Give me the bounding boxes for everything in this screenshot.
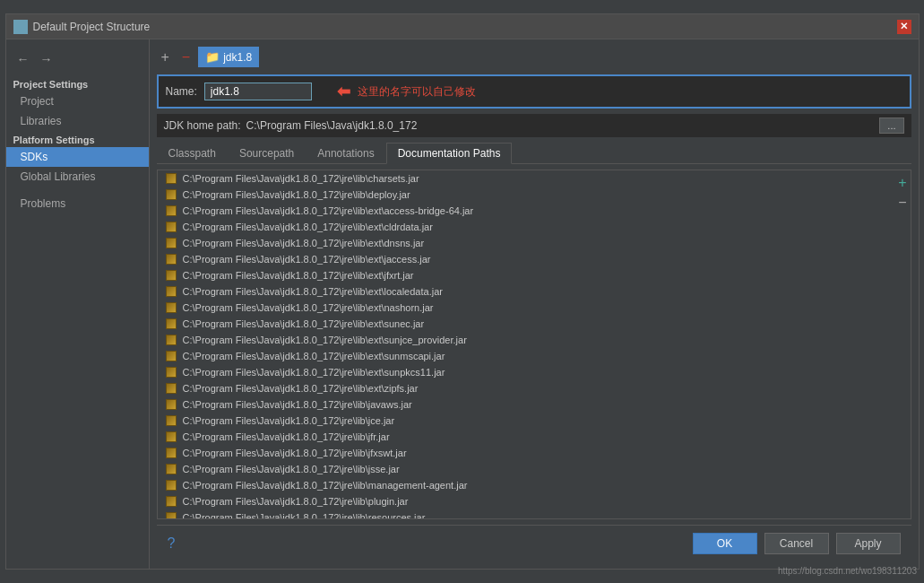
list-item[interactable]: C:\Program Files\Java\jdk1.8.0_172\jre\l… (158, 300, 895, 316)
list-item[interactable]: C:\Program Files\Java\jdk1.8.0_172\jre\l… (158, 348, 895, 364)
list-item[interactable]: C:\Program Files\Java\jdk1.8.0_172\jre\l… (158, 267, 895, 283)
watermark: https://blog.csdn.net/wo198311203 (778, 566, 917, 576)
jar-icon (165, 188, 177, 201)
list-item[interactable]: C:\Program Files\Java\jdk1.8.0_172\jre\l… (158, 316, 895, 332)
list-item[interactable]: C:\Program Files\Java\jdk1.8.0_172\jre\l… (158, 396, 895, 413)
back-button[interactable]: ← (13, 50, 33, 68)
add-sdk-button[interactable]: + (157, 48, 174, 67)
list-item[interactable]: C:\Program Files\Java\jdk1.8.0_172\jre\l… (158, 380, 895, 396)
sidebar-item-problems[interactable]: Problems (6, 194, 149, 213)
jar-icon (165, 366, 177, 379)
jar-icon (165, 398, 177, 411)
svg-rect-1 (18, 24, 23, 30)
main-window: Default Project Structure ✕ ← → Project … (5, 13, 920, 570)
jar-icon (165, 237, 177, 249)
jar-icon (165, 334, 177, 346)
project-settings-section: Project Settings (6, 75, 149, 91)
file-list-wrapper: C:\Program Files\Java\jdk1.8.0_172\jre\l… (157, 170, 911, 519)
window-icon (13, 20, 28, 34)
jar-icon (165, 463, 177, 475)
sidebar: ← → Project Settings Project Libraries P… (6, 39, 150, 569)
jar-icon (165, 511, 177, 518)
jdk-path-row: JDK home path: C:\Program Files\Java\jdk… (157, 114, 911, 137)
list-item[interactable]: C:\Program Files\Java\jdk1.8.0_172\jre\l… (158, 235, 895, 251)
close-button[interactable]: ✕ (897, 20, 911, 34)
list-item[interactable]: C:\Program Files\Java\jdk1.8.0_172\jre\l… (158, 477, 895, 493)
platform-settings-section: Platform Settings (6, 131, 149, 147)
main-panel: + − 📁 jdk1.8 Name: ⬅ 这里的名字可以自己修改 JDK hom… (150, 39, 919, 569)
jar-icon (165, 285, 177, 298)
list-add-button[interactable]: + (894, 174, 910, 192)
jar-icon (165, 269, 177, 282)
tabs-row: Classpath Sourcepath Annotations Documen… (157, 143, 911, 164)
file-list[interactable]: C:\Program Files\Java\jdk1.8.0_172\jre\l… (158, 170, 895, 518)
apply-button[interactable]: Apply (836, 533, 901, 554)
sidebar-item-project[interactable]: Project (6, 91, 149, 111)
sidebar-item-sdks[interactable]: SDKs (6, 147, 149, 167)
sdk-folder-icon: 📁 (205, 50, 220, 64)
tab-annotations[interactable]: Annotations (306, 143, 385, 164)
title-bar-left: Default Project Structure (13, 20, 151, 34)
list-item[interactable]: C:\Program Files\Java\jdk1.8.0_172\jre\l… (158, 170, 895, 187)
list-item[interactable]: C:\Program Files\Java\jdk1.8.0_172\jre\l… (158, 429, 895, 445)
window-title: Default Project Structure (33, 21, 151, 33)
list-item[interactable]: C:\Program Files\Java\jdk1.8.0_172\jre\l… (158, 219, 895, 235)
jar-icon (165, 350, 177, 362)
arrow-icon: ⬅ (337, 82, 350, 101)
bottom-bar: ? OK Cancel Apply (157, 525, 911, 561)
tab-documentation-paths[interactable]: Documentation Paths (386, 143, 513, 164)
list-remove-button[interactable]: − (894, 194, 910, 212)
jar-icon (165, 172, 177, 185)
jar-icon (165, 495, 177, 508)
jar-icon (165, 253, 177, 265)
list-item[interactable]: C:\Program Files\Java\jdk1.8.0_172\jre\l… (158, 283, 895, 300)
hint-text: 这里的名字可以自己修改 (358, 84, 476, 100)
main-toolbar: + − 📁 jdk1.8 (157, 47, 911, 67)
list-item[interactable]: C:\Program Files\Java\jdk1.8.0_172\jre\l… (158, 364, 895, 380)
sidebar-item-global-libraries[interactable]: Global Libraries (6, 167, 149, 187)
jar-icon (165, 447, 177, 459)
name-input[interactable] (204, 83, 312, 100)
jdk-path-value: C:\Program Files\Java\jdk1.8.0_172 (246, 119, 875, 132)
jar-icon (165, 318, 177, 330)
list-item[interactable]: C:\Program Files\Java\jdk1.8.0_172\jre\l… (158, 493, 895, 509)
list-item[interactable]: C:\Program Files\Java\jdk1.8.0_172\jre\l… (158, 187, 895, 203)
list-item[interactable]: C:\Program Files\Java\jdk1.8.0_172\jre\l… (158, 509, 895, 518)
list-item[interactable]: C:\Program Files\Java\jdk1.8.0_172\jre\l… (158, 461, 895, 477)
content-area: ← → Project Settings Project Libraries P… (6, 39, 919, 569)
cancel-button[interactable]: Cancel (764, 533, 829, 554)
jdk-path-label: JDK home path: (164, 119, 241, 132)
jar-icon (165, 479, 177, 492)
list-item[interactable]: C:\Program Files\Java\jdk1.8.0_172\jre\l… (158, 413, 895, 429)
sidebar-nav: ← → (6, 47, 149, 72)
jar-icon (165, 204, 177, 217)
jar-icon (165, 431, 177, 443)
jar-icon (165, 301, 177, 314)
hint-container: ⬅ 这里的名字可以自己修改 (337, 82, 476, 101)
jar-icon (165, 414, 177, 427)
title-bar: Default Project Structure ✕ (6, 14, 919, 39)
list-item[interactable]: C:\Program Files\Java\jdk1.8.0_172\jre\l… (158, 203, 895, 219)
sidebar-item-libraries[interactable]: Libraries (6, 111, 149, 131)
ok-button[interactable]: OK (693, 533, 757, 554)
name-row: Name: ⬅ 这里的名字可以自己修改 (157, 74, 911, 109)
list-item[interactable]: C:\Program Files\Java\jdk1.8.0_172\jre\l… (158, 332, 895, 348)
jar-icon (165, 382, 177, 395)
browse-button[interactable]: ... (879, 117, 903, 134)
sdk-list-item[interactable]: 📁 jdk1.8 (198, 47, 259, 67)
jar-icon (165, 221, 177, 233)
remove-sdk-button[interactable]: − (177, 48, 194, 67)
tab-sourcepath[interactable]: Sourcepath (228, 143, 306, 164)
list-item[interactable]: C:\Program Files\Java\jdk1.8.0_172\jre\l… (158, 251, 895, 267)
bottom-buttons: OK Cancel Apply (693, 533, 901, 554)
list-item[interactable]: C:\Program Files\Java\jdk1.8.0_172\jre\l… (158, 445, 895, 461)
help-icon[interactable]: ? (168, 535, 176, 552)
tab-classpath[interactable]: Classpath (157, 143, 228, 164)
forward-button[interactable]: → (37, 50, 56, 68)
name-label: Name: (166, 85, 197, 98)
list-side-buttons: + − (894, 170, 910, 518)
